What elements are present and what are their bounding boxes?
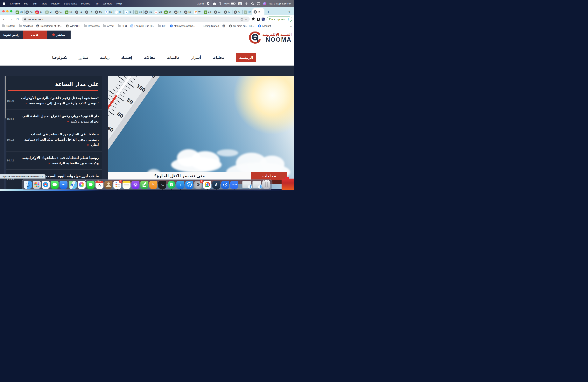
dock-appstore-icon[interactable]: A	[185, 181, 193, 189]
window-close-button[interactable]	[2, 10, 5, 12]
extensions-puzzle-icon[interactable]	[252, 18, 255, 21]
control-center-icon[interactable]	[257, 2, 260, 5]
dock-mysql-icon[interactable]: S	[212, 181, 220, 189]
tab-21[interactable]: ⊕Al	[223, 9, 232, 15]
menubar-profiles[interactable]: Profiles	[81, 2, 90, 5]
tab-10[interactable]: ⌒Ic	[114, 9, 124, 15]
menubar-history[interactable]: History	[51, 2, 60, 5]
bookmark-9[interactable]: fhttp://www.facebo...	[170, 24, 195, 27]
ticker-item-2[interactable]: جنبلاط: في الخارج مَن لا يساعد في انتخاب…	[5, 128, 102, 151]
tab-12[interactable]: ✳Ch	[133, 9, 143, 15]
dock-safari-icon[interactable]	[42, 181, 50, 189]
lock-icon[interactable]	[24, 18, 26, 21]
tab-3[interactable]: ✳M	[44, 9, 54, 15]
nav-item-4[interactable]: مقالات	[144, 56, 155, 60]
tab-14[interactable]: ∴Ma	[153, 9, 163, 15]
dock-vscode-icon[interactable]: ‹›	[176, 181, 184, 189]
tab-7[interactable]: ⊕Th	[84, 9, 94, 15]
apple-menu-icon[interactable]	[3, 2, 6, 5]
hero-article[interactable]: 504030201000-10-201201008060402000 متى ت…	[108, 76, 294, 191]
scrollbar-thumb[interactable]	[5, 76, 6, 118]
bookmark-3[interactable]: ⊕WINABIG	[66, 24, 80, 27]
bookmark-5[interactable]: Arznet	[103, 25, 114, 27]
radio-enooma-button[interactable]: راديو اينوما	[0, 31, 23, 39]
dock-zoom-icon[interactable]: zoom	[230, 181, 238, 189]
window-minimize-button[interactable]	[6, 10, 9, 12]
bookmark-13[interactable]: fAccount	[258, 24, 271, 27]
tab-8[interactable]: ⊕My	[94, 9, 104, 15]
ticker-item-0[interactable]: "مستشهدا بمقتل زعيم فاغنر"..الرئيس الأوك…	[5, 92, 102, 109]
menubar-edit[interactable]: Edit	[33, 2, 37, 5]
tab-15[interactable]: ☕sa	[163, 9, 173, 15]
bookmark-7[interactable]: MLearn SEO in 30...	[130, 24, 155, 27]
active-tab[interactable]: ⊕✕	[252, 8, 264, 15]
dock-podcasts-icon[interactable]	[131, 181, 139, 189]
tab-overflow-chevron-icon[interactable]: ∨	[284, 11, 294, 15]
nav-item-6[interactable]: رياضة	[100, 56, 109, 60]
url-text[interactable]: enooma.com	[28, 18, 239, 21]
bookmark-2[interactable]: ◉Department of Sta...	[36, 24, 62, 27]
dock-reminders-icon[interactable]: 1	[114, 181, 122, 189]
reload-button[interactable]: ↻	[15, 17, 20, 21]
spotlight-search-icon[interactable]	[251, 2, 254, 5]
dock-maps-icon[interactable]	[69, 181, 77, 189]
bookmarks-overflow-icon[interactable]: »	[290, 24, 292, 28]
dock-mail-icon[interactable]: ✉	[60, 181, 68, 189]
nav-item-7[interactable]: ستارز	[79, 56, 88, 60]
chrome-menu-dots-icon[interactable]: ⋮	[287, 18, 290, 21]
bookmark-4[interactable]: Resources	[84, 25, 100, 27]
tab-20[interactable]: ⊕AD	[213, 9, 223, 15]
shield-icon[interactable]	[207, 2, 210, 5]
zoom-menubar-item[interactable]: zoom	[197, 2, 204, 5]
dock-messages-icon[interactable]	[51, 181, 59, 189]
nav-item-1[interactable]: محليات	[212, 56, 224, 60]
tab-1[interactable]: ⊕Ac	[24, 9, 34, 15]
tab-23[interactable]: ✳He	[242, 9, 252, 15]
nav-item-5[interactable]: إقتصاد	[121, 56, 132, 60]
share-icon[interactable]	[241, 18, 243, 21]
siri-icon[interactable]	[263, 2, 266, 5]
nav-item-8[interactable]: تكنولوجيا	[52, 56, 67, 60]
bookmark-star-icon[interactable]: ☆	[245, 17, 247, 21]
dock-pages-icon[interactable]: ✎	[149, 181, 157, 189]
minimized-window-preview[interactable]	[252, 181, 261, 188]
tab-close-icon[interactable]: ✕	[258, 11, 260, 13]
breaking-news-button[interactable]: عاجل	[23, 31, 47, 39]
bookmark-11[interactable]: ⊕	[222, 24, 225, 27]
dock-launchpad-icon[interactable]	[33, 181, 41, 189]
tab-19[interactable]: ☕en	[203, 9, 213, 15]
wifi-icon[interactable]	[245, 2, 248, 5]
dock-calendar-icon[interactable]: SEP9	[95, 181, 104, 189]
input-source-icon[interactable]: A	[238, 2, 242, 5]
new-tab-button[interactable]: +	[264, 10, 272, 15]
forward-button[interactable]: →	[9, 17, 13, 21]
ticker-item-3[interactable]: روسيا تنظم انتخابات في «مناطقها» الأوكرا…	[5, 151, 102, 170]
menubar-clock[interactable]: Sat 9 Sep 3:36 PM	[269, 2, 291, 5]
hero-headline-bar[interactable]: متى تنحسر الكتل الحارة؟	[108, 172, 251, 180]
tab-5[interactable]: ☕Os	[64, 9, 74, 15]
tab-17[interactable]: ⊕Re	[183, 9, 193, 15]
dock-finder-icon[interactable]	[24, 181, 32, 189]
live-button[interactable]: مباشر	[47, 31, 71, 39]
menubar-help[interactable]: Help	[116, 2, 122, 5]
site-logo[interactable]: النسمة الإلكترونية NOOMA	[249, 32, 292, 43]
dock-chrome-icon[interactable]	[203, 181, 211, 189]
dock-numbers-icon[interactable]	[140, 181, 148, 189]
extension-grid-icon[interactable]	[262, 18, 265, 21]
menubar-bookmarks[interactable]: Bookmarks	[64, 2, 77, 5]
menubar-window[interactable]: Window	[103, 2, 112, 5]
tab-22[interactable]: ⊕Al	[232, 9, 242, 15]
animal-app-icon[interactable]	[213, 2, 216, 5]
nav-item-3[interactable]: عالميات	[167, 56, 180, 60]
bluetooth-icon[interactable]	[219, 2, 221, 5]
sidebar-toggle-icon[interactable]	[257, 18, 260, 21]
bookmark-1[interactable]: NewTech	[19, 25, 33, 27]
tab-6[interactable]: ⊕Ta	[74, 9, 84, 15]
window-zoom-button[interactable]	[10, 10, 12, 12]
tab-18[interactable]: WW	[193, 9, 203, 15]
bookmark-12[interactable]: ⊕qui aime qui. - Blo...	[229, 24, 254, 27]
menubar-app-name[interactable]: Chrome	[10, 2, 20, 5]
tab-11[interactable]: ≈Li	[124, 9, 133, 15]
bookmark-6[interactable]: SEO	[118, 25, 127, 27]
address-bar[interactable]: enooma.com ☆	[22, 17, 250, 22]
